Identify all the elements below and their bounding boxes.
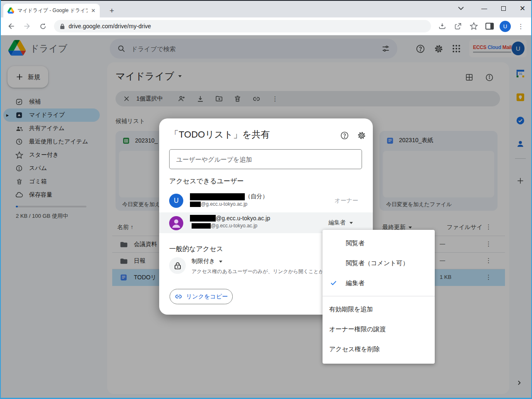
- link-icon: [175, 293, 182, 300]
- redacted-name: [190, 215, 216, 222]
- url-bar[interactable]: drive.google.com/drive/my-drive: [54, 20, 431, 32]
- back-icon[interactable]: [5, 20, 18, 33]
- side-panel-icon[interactable]: [483, 20, 496, 33]
- new-tab-button[interactable]: +: [106, 5, 117, 16]
- add-people-input[interactable]: [169, 149, 362, 169]
- browser-menu-icon[interactable]: ⋮: [514, 20, 527, 33]
- editor-name: @g.ecc.u-tokyo.ac.jp: [190, 215, 270, 222]
- window-border-left: [0, 0, 1, 399]
- menu-item-remove-access[interactable]: アクセス権を削除: [323, 339, 435, 359]
- redacted-email-prefix: [190, 202, 201, 207]
- drive-favicon: [7, 7, 14, 14]
- tab-close-icon[interactable]: ✕: [91, 7, 96, 14]
- menu-divider: [323, 296, 435, 296]
- share-page-icon[interactable]: [451, 20, 465, 33]
- browser-profile-avatar[interactable]: U: [500, 21, 511, 32]
- menu-item-commenter[interactable]: 閲覧者（コメント可）: [323, 253, 435, 273]
- tab-title: マイドライブ - Google ドライブ: [17, 7, 88, 14]
- downloads-icon[interactable]: [436, 20, 449, 33]
- check-icon: [330, 279, 337, 287]
- bookmark-star-icon[interactable]: [467, 20, 480, 33]
- reload-icon[interactable]: [36, 20, 49, 33]
- dialog-title: 「TODOリスト」を共有: [170, 128, 270, 141]
- browser-tab-strip: マイドライブ - Google ドライブ ✕ + — ✕: [0, 0, 532, 17]
- close-button[interactable]: ✕: [513, 0, 532, 17]
- editor-role-dropdown[interactable]: 編集者: [328, 219, 353, 227]
- url-text: drive.google.com/drive/my-drive: [69, 23, 151, 30]
- browser-toolbar: drive.google.com/drive/my-drive U ⋮: [0, 17, 532, 35]
- general-access-dropdown[interactable]: 制限付き: [192, 258, 222, 265]
- person-row-owner[interactable]: U （自分） @g.ecc.u-tokyo.ac.jp オーナー: [159, 190, 373, 212]
- dialog-settings-icon[interactable]: [356, 130, 367, 141]
- minimize-button[interactable]: —: [475, 0, 494, 17]
- menu-item-add-expiration[interactable]: 有効期限を追加: [323, 299, 435, 319]
- owner-name: （自分）: [190, 193, 268, 200]
- restricted-lock-icon[interactable]: [169, 257, 186, 274]
- menu-item-transfer-ownership[interactable]: オーナー権限の譲渡: [323, 319, 435, 339]
- people-with-access-heading: アクセスできるユーザー: [169, 177, 244, 186]
- drive-app: ドライブ ECCS Cloud Mail U 新規 候補: [0, 35, 532, 399]
- dialog-help-icon[interactable]: [339, 130, 350, 141]
- redacted-name: [190, 193, 245, 200]
- owner-avatar: U: [169, 194, 183, 208]
- editor-email: @g.ecc.u-tokyo.ac.jp: [192, 223, 257, 229]
- menu-item-viewer[interactable]: 閲覧者: [323, 233, 435, 253]
- browser-tab[interactable]: マイドライブ - Google ドライブ ✕: [3, 4, 100, 17]
- general-access-heading: 一般的なアクセス: [169, 245, 223, 254]
- window-controls: — ✕: [455, 0, 532, 17]
- maximize-button[interactable]: [494, 0, 513, 17]
- redacted-email-prefix: [192, 223, 211, 229]
- window-border-top: [0, 0, 532, 1]
- owner-role-label: オーナー: [335, 197, 358, 204]
- forward-icon: [20, 20, 34, 33]
- chevron-down-icon: [219, 261, 222, 263]
- owner-email: @g.ecc.u-tokyo.ac.jp: [190, 201, 247, 207]
- chevron-down-icon: [350, 222, 353, 224]
- copy-link-button[interactable]: リンクをコピー: [170, 289, 233, 304]
- menu-item-editor[interactable]: 編集者: [323, 273, 435, 293]
- editor-avatar: [169, 216, 183, 230]
- tab-search-icon[interactable]: [455, 0, 467, 17]
- role-menu: 閲覧者 閲覧者（コメント可） 編集者 有効期限を追加 オーナー権限の譲渡 アクセ…: [323, 230, 435, 364]
- lock-icon[interactable]: [60, 23, 65, 30]
